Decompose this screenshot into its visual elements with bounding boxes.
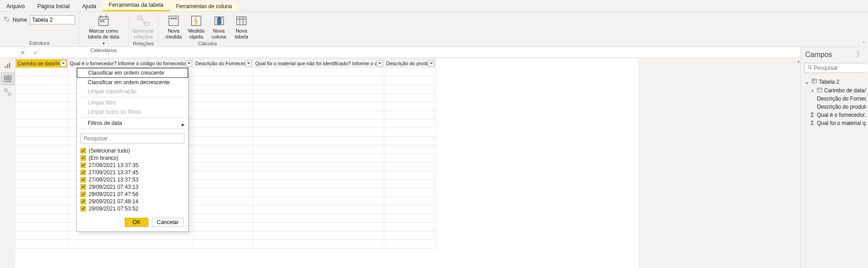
tab-pagina-inicial[interactable]: Página Inicial (31, 1, 76, 11)
tab-ajuda[interactable]: Ajuda (76, 1, 103, 11)
field-qual-fornecedor[interactable]: Σ Qual é o fornecedor... (802, 111, 866, 119)
table-cell[interactable] (193, 223, 253, 231)
table-cell[interactable] (253, 94, 384, 102)
col-filter-descricao-produto[interactable] (428, 60, 434, 67)
table-node-tabela2[interactable]: ⌄ Tabela 2 (802, 77, 866, 86)
table-cell[interactable] (193, 68, 253, 77)
table-cell[interactable] (384, 111, 436, 120)
tab-ferramentas-tabela[interactable]: Ferramentas da tabela (103, 0, 170, 11)
chevron-right-icon[interactable]: 〉 (856, 50, 863, 59)
table-cell[interactable] (16, 94, 68, 102)
filter-value-item[interactable]: 29/09/2021 07:43:13 (80, 183, 184, 191)
accept-formula-icon[interactable] (31, 48, 40, 57)
checkbox-checked-icon[interactable] (80, 155, 86, 161)
table-cell[interactable] (16, 223, 68, 231)
table-cell[interactable] (253, 188, 384, 197)
table-cell[interactable] (16, 120, 68, 128)
nome-input[interactable] (30, 15, 75, 24)
table-cell[interactable] (253, 231, 384, 240)
table-row[interactable] (16, 231, 436, 240)
table-cell[interactable] (193, 102, 253, 111)
medida-rapida-button[interactable]: Medida rápida (185, 14, 208, 41)
filter-ok-button[interactable]: OK (125, 218, 148, 227)
data-view-button[interactable] (1, 72, 14, 85)
checkbox-checked-icon[interactable] (80, 170, 86, 175)
table-cell[interactable] (193, 145, 253, 154)
table-cell[interactable] (193, 85, 253, 94)
table-cell[interactable] (253, 68, 384, 77)
table-cell[interactable] (193, 206, 253, 214)
table-cell[interactable] (253, 163, 384, 171)
col-header-descricao-produto[interactable]: Descrição do produto (384, 59, 436, 68)
table-cell[interactable] (384, 223, 436, 231)
table-cell[interactable] (193, 214, 253, 223)
field-qual-material[interactable]: Σ Qual foi o material q... (802, 119, 866, 127)
table-cell[interactable] (253, 154, 384, 163)
fields-search-input[interactable] (813, 64, 868, 72)
table-cell[interactable] (384, 120, 436, 128)
table-cell[interactable] (253, 197, 384, 206)
table-cell[interactable] (384, 240, 436, 249)
table-cell[interactable] (16, 188, 68, 197)
table-cell[interactable] (193, 171, 253, 180)
checkbox-checked-icon[interactable] (80, 206, 86, 211)
table-cell[interactable] (193, 77, 253, 85)
model-view-button[interactable] (1, 86, 14, 99)
filter-value-item[interactable]: 27/09/2021 13:37:35 (80, 162, 184, 169)
tab-ferramentas-coluna[interactable]: Ferramentas de coluna (170, 1, 238, 11)
table-cell[interactable] (384, 206, 436, 214)
filter-value-item[interactable]: (Selecionar tudo) (80, 147, 184, 154)
filter-value-item[interactable]: 29/09/2021 07:48:14 (80, 198, 184, 205)
table-cell[interactable] (384, 231, 436, 240)
table-cell[interactable] (384, 137, 436, 145)
filter-cancel-button[interactable]: Cancelar (152, 218, 184, 227)
report-view-button[interactable] (1, 59, 14, 72)
table-cell[interactable] (16, 77, 68, 85)
date-filters-item[interactable]: Filtros de data ▸ (77, 119, 188, 128)
filter-value-item[interactable]: 29/09/2021 07:53:52 (80, 205, 184, 212)
table-cell[interactable] (16, 137, 68, 145)
sort-ascending-item[interactable]: Classificar em ordem crescente (77, 68, 188, 78)
col-header-material[interactable]: Qual foi o material que não foi identifi… (253, 59, 384, 68)
collapse-ribbon-icon[interactable]: ⌃ (862, 41, 865, 46)
table-cell[interactable] (193, 240, 253, 249)
table-cell[interactable] (16, 180, 68, 188)
table-cell[interactable] (16, 197, 68, 206)
checkbox-checked-icon[interactable] (80, 163, 86, 168)
table-cell[interactable] (16, 85, 68, 94)
table-cell[interactable] (384, 188, 436, 197)
col-filter-carimbo[interactable] (60, 60, 66, 67)
cancel-formula-icon[interactable] (18, 48, 27, 57)
table-cell[interactable] (384, 154, 436, 163)
table-cell[interactable] (16, 206, 68, 214)
table-cell[interactable] (384, 197, 436, 206)
table-cell[interactable] (253, 171, 384, 180)
marcar-tabela-data-button[interactable]: Marcar como tabela de data ▾ (83, 14, 124, 48)
field-carimbo[interactable]: › Carimbo de data/hora (802, 86, 866, 95)
checkbox-checked-icon[interactable] (80, 199, 86, 204)
table-cell[interactable] (253, 180, 384, 188)
table-cell[interactable] (384, 85, 436, 94)
table-cell[interactable] (253, 120, 384, 128)
table-cell[interactable] (193, 180, 253, 188)
table-cell[interactable] (193, 120, 253, 128)
checkbox-checked-icon[interactable] (80, 177, 86, 182)
table-cell[interactable] (193, 231, 253, 240)
table-cell[interactable] (253, 240, 384, 249)
table-cell[interactable] (16, 231, 68, 240)
checkbox-checked-icon[interactable] (80, 148, 86, 153)
table-cell[interactable] (16, 111, 68, 120)
table-cell[interactable] (193, 111, 253, 120)
table-cell[interactable] (193, 94, 253, 102)
table-cell[interactable] (16, 102, 68, 111)
fields-search[interactable] (804, 63, 864, 73)
table-cell[interactable] (253, 137, 384, 145)
table-cell[interactable] (384, 128, 436, 137)
table-cell[interactable] (253, 223, 384, 231)
filter-value-item[interactable]: (Em branco) (80, 154, 184, 162)
col-header-descricao-fornecedor[interactable]: Descrição do Fornecedor (193, 59, 253, 68)
table-cell[interactable] (253, 111, 384, 120)
table-cell[interactable] (68, 240, 193, 249)
table-cell[interactable] (16, 171, 68, 180)
table-cell[interactable] (16, 214, 68, 223)
